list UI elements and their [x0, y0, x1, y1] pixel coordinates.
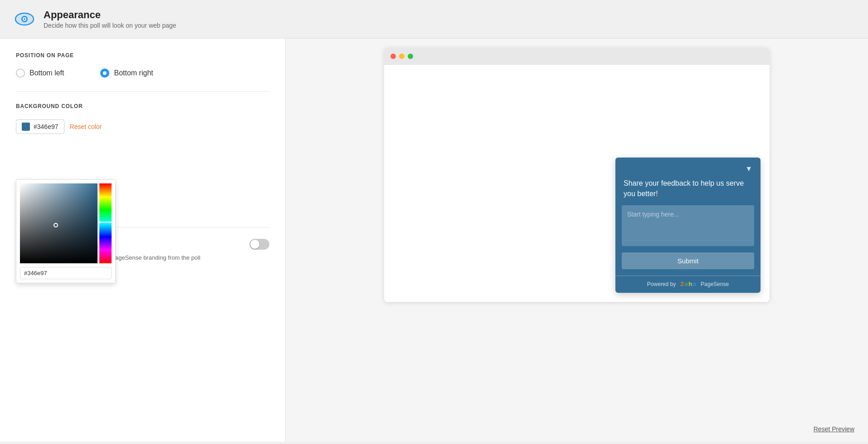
poll-textarea[interactable]: Start typing here... — [622, 205, 754, 246]
poll-collapse-arrow-icon[interactable]: ▼ — [745, 165, 752, 173]
zoho-o1: o — [684, 281, 688, 287]
radio-bottom-left[interactable]: Bottom left — [16, 69, 64, 78]
zoho-h: h — [688, 281, 692, 287]
color-hex-display: #346e97 — [34, 123, 59, 130]
hue-cursor — [99, 222, 112, 223]
radio-circle-right — [100, 69, 109, 78]
zoho-o2: o — [692, 281, 696, 287]
hue-spectrum[interactable] — [99, 183, 112, 263]
radio-label-left: Bottom left — [29, 69, 64, 77]
color-hex-input[interactable] — [20, 267, 112, 279]
gradient-black — [20, 183, 98, 263]
radio-circle-left — [16, 69, 25, 78]
poll-divider — [615, 276, 761, 276]
header-text-block: Appearance Decide how this poll will loo… — [44, 9, 176, 29]
position-options: Bottom left Bottom right — [16, 69, 269, 78]
left-panel: POSITION ON PAGE Bottom left Bottom righ… — [0, 39, 286, 442]
position-section: POSITION ON PAGE Bottom left Bottom righ… — [16, 52, 269, 78]
background-color-section: BACKGROUND COLOR #346e97 Reset color — [16, 103, 269, 134]
browser-minimize-dot — [399, 54, 405, 59]
reset-preview-link[interactable]: Reset Preview — [814, 425, 854, 433]
reset-color-link[interactable]: Reset color — [70, 123, 102, 130]
poll-submit-button[interactable]: Submit — [622, 252, 754, 269]
poll-title: Share your feedback to help us serve you… — [615, 178, 761, 205]
poll-footer-powered-by: Powered by — [647, 281, 676, 287]
main-layout: POSITION ON PAGE Bottom left Bottom righ… — [0, 39, 868, 442]
disable-branding-toggle[interactable] — [249, 239, 269, 250]
right-panel: ▼ Share your feedback to help us serve y… — [286, 39, 868, 442]
divider-1 — [16, 91, 269, 92]
poll-header: ▼ — [615, 158, 761, 178]
color-input-row: #346e97 Reset color — [16, 119, 269, 134]
radio-label-right: Bottom right — [114, 69, 153, 77]
color-swatch-button[interactable]: #346e97 — [16, 119, 64, 134]
poll-brand-name: PageSense — [701, 281, 729, 287]
color-gradient-area[interactable] — [20, 183, 98, 263]
browser-content: ▼ Share your feedback to help us serve y… — [384, 65, 770, 302]
browser-mockup: ▼ Share your feedback to help us serve y… — [384, 48, 770, 302]
position-section-title: POSITION ON PAGE — [16, 52, 269, 59]
browser-toolbar — [384, 48, 770, 65]
poll-footer: Powered by Zoho PageSense — [615, 281, 761, 293]
appearance-icon — [14, 8, 35, 30]
browser-maximize-dot — [408, 54, 413, 59]
bg-color-title: BACKGROUND COLOR — [16, 103, 269, 109]
zoho-z: Z — [680, 281, 684, 287]
zoho-logo: Zoho — [680, 281, 696, 287]
browser-close-dot — [390, 54, 396, 59]
page-subtitle: Decide how this poll will look on your w… — [44, 22, 176, 29]
color-picker-popup — [16, 179, 116, 283]
page-header: Appearance Decide how this poll will loo… — [0, 0, 868, 39]
page-title: Appearance — [44, 9, 176, 21]
poll-textarea-placeholder-text: Start typing here... — [627, 211, 679, 218]
svg-point-4 — [24, 18, 25, 20]
radio-bottom-right[interactable]: Bottom right — [100, 69, 153, 78]
color-swatch-preview — [22, 123, 30, 131]
color-picker-body — [16, 180, 115, 267]
poll-widget: ▼ Share your feedback to help us serve y… — [615, 158, 761, 293]
